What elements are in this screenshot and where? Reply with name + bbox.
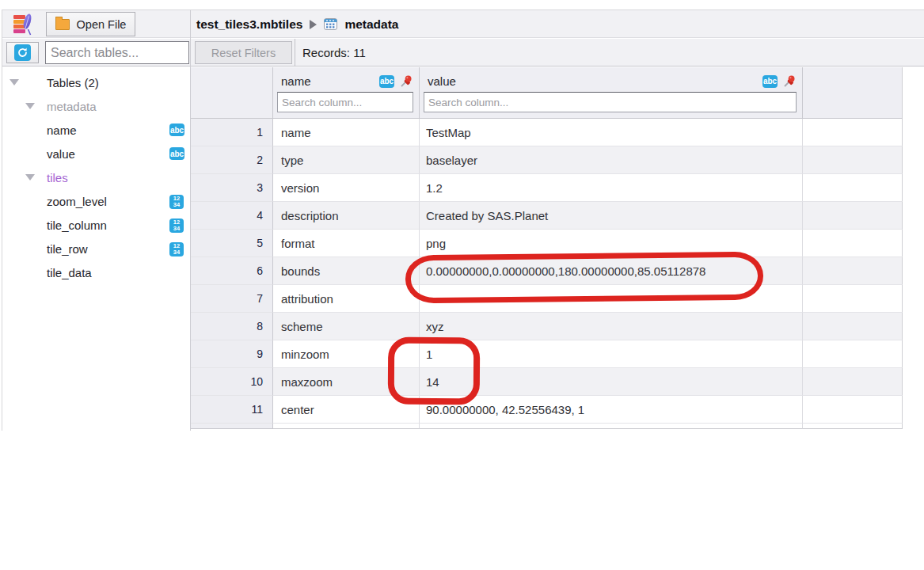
value-column-filter-input[interactable] bbox=[424, 92, 797, 112]
number-type-icon: 1234 bbox=[169, 242, 184, 256]
cell-value-maxzoom[interactable]: 14 bbox=[420, 368, 803, 396]
text-type-icon: abc bbox=[762, 75, 778, 88]
cell-value-bounds[interactable]: 0.00000000,0.00000000,180.00000000,85.05… bbox=[420, 257, 803, 285]
toolbar-row-1 bbox=[2, 10, 924, 38]
mbtiles-viewer-window: Open File test_tiles3.mbtiles metadata bbox=[0, 0, 924, 570]
row-number: 3 bbox=[191, 174, 273, 202]
records-count: Records: 11 bbox=[302, 39, 366, 66]
number-type-icon: 1234 bbox=[169, 218, 184, 233]
cell-value[interactable]: baselayer bbox=[420, 146, 803, 174]
filler-cell bbox=[803, 119, 903, 146]
pin-icon[interactable] bbox=[782, 74, 796, 88]
sidebar-item-column-tile-data[interactable]: tile_data bbox=[2, 260, 190, 284]
cell-value-minzoom[interactable]: 1 bbox=[420, 340, 803, 368]
app-logo-sqlite-feather-icon bbox=[13, 13, 34, 36]
sidebar-item-label: tiles bbox=[47, 171, 68, 184]
text-type-icon: abc bbox=[379, 75, 394, 88]
sidebar-item-tables-root[interactable]: Tables (2) bbox=[2, 70, 190, 94]
sidebar-item-metadata-table[interactable]: metadata bbox=[2, 94, 190, 118]
row-number: 7 bbox=[191, 285, 273, 313]
cell-name[interactable]: version bbox=[273, 174, 420, 202]
filler-cell bbox=[803, 368, 903, 396]
grid-bottom-strip bbox=[273, 424, 420, 429]
sidebar-item-label: zoom_level bbox=[47, 195, 107, 208]
cell-value[interactable]: 90.00000000, 42.52556439, 1 bbox=[420, 396, 803, 424]
toolbar-separator bbox=[295, 39, 295, 66]
column-header-label: name bbox=[281, 74, 375, 88]
refresh-tables-button[interactable] bbox=[6, 42, 39, 63]
sidebar-item-label: tile_data bbox=[47, 266, 92, 279]
row-number: 6 bbox=[191, 257, 273, 285]
sidebar-item-label: name bbox=[47, 124, 77, 137]
pin-icon[interactable] bbox=[399, 74, 413, 88]
row-number: 5 bbox=[191, 230, 273, 257]
cell-name[interactable]: type bbox=[273, 146, 420, 174]
cell-value[interactable]: Created by SAS.Planet bbox=[420, 202, 803, 230]
row-number: 1 bbox=[191, 119, 273, 146]
chevron-down-icon[interactable] bbox=[25, 103, 35, 109]
table-grid-icon bbox=[324, 17, 337, 31]
row-number: 9 bbox=[191, 340, 273, 368]
grid-bottom-strip bbox=[420, 424, 803, 429]
open-file-label: Open File bbox=[77, 18, 127, 31]
cell-name[interactable]: description bbox=[273, 202, 420, 230]
sidebar-item-column-zoom-level[interactable]: zoom_level 1234 bbox=[2, 189, 190, 213]
row-number: 2 bbox=[191, 146, 273, 174]
sidebar-item-tiles-table[interactable]: tiles bbox=[2, 165, 190, 189]
tables-sidebar: Tables (2) metadata name abc value abc t… bbox=[2, 67, 190, 431]
sidebar-item-label: value bbox=[47, 147, 75, 161]
open-file-button[interactable]: Open File bbox=[46, 12, 135, 36]
cell-name[interactable]: bounds bbox=[273, 257, 420, 285]
grid-bottom-strip bbox=[803, 424, 903, 429]
sidebar-item-label: tile_column bbox=[47, 218, 107, 232]
sidebar-item-column-tile-column[interactable]: tile_column 1234 bbox=[2, 213, 190, 237]
reset-filters-button[interactable]: Reset Filters bbox=[195, 41, 292, 64]
cell-value[interactable]: TestMap bbox=[420, 119, 803, 146]
filler-header-cell bbox=[803, 67, 903, 119]
breadcrumb: test_tiles3.mbtiles metadata bbox=[196, 10, 398, 38]
search-tables-input[interactable] bbox=[45, 41, 189, 64]
sidebar-item-label: tile_row bbox=[47, 242, 88, 256]
cell-name[interactable]: minzoom bbox=[273, 340, 420, 368]
filler-cell bbox=[803, 257, 903, 285]
metadata-data-grid: name abc value abc bbox=[191, 67, 903, 429]
cell-value[interactable]: png bbox=[420, 230, 803, 257]
number-type-icon: 1234 bbox=[169, 195, 184, 209]
column-header-value[interactable]: value abc bbox=[420, 67, 803, 119]
column-header-label: value bbox=[428, 74, 758, 88]
sidebar-item-column-value[interactable]: value abc bbox=[2, 142, 190, 165]
breadcrumb-database-name: test_tiles3.mbtiles bbox=[196, 17, 302, 32]
row-number-header-cell bbox=[191, 67, 273, 119]
filler-cell bbox=[803, 396, 903, 424]
filler-cell bbox=[803, 285, 903, 313]
row-number: 8 bbox=[191, 313, 273, 340]
filler-cell bbox=[803, 202, 903, 230]
cell-value[interactable] bbox=[420, 285, 803, 313]
chevron-down-icon[interactable] bbox=[10, 79, 19, 86]
column-header-name[interactable]: name abc bbox=[273, 67, 420, 119]
folder-icon bbox=[55, 19, 70, 30]
text-type-icon: abc bbox=[169, 124, 184, 136]
cell-name[interactable]: attribution bbox=[273, 285, 420, 313]
row-number: 10 bbox=[191, 368, 273, 396]
filler-cell bbox=[803, 174, 903, 202]
cell-name[interactable]: name bbox=[273, 119, 420, 146]
filler-cell bbox=[803, 340, 903, 368]
filler-cell bbox=[803, 146, 903, 174]
sidebar-item-label: Tables (2) bbox=[47, 76, 99, 89]
cell-name[interactable]: scheme bbox=[273, 313, 420, 340]
grid-bottom-strip bbox=[191, 424, 273, 429]
sidebar-item-column-name[interactable]: name abc bbox=[2, 118, 190, 142]
name-column-filter-input[interactable] bbox=[277, 92, 413, 112]
cell-name[interactable]: format bbox=[273, 230, 420, 257]
cell-value[interactable]: 1.2 bbox=[420, 174, 803, 202]
sidebar-item-column-tile-row[interactable]: tile_row 1234 bbox=[2, 237, 190, 260]
refresh-icon bbox=[14, 44, 31, 61]
chevron-down-icon[interactable] bbox=[25, 174, 35, 180]
cell-value[interactable]: xyz bbox=[420, 313, 803, 340]
cell-name[interactable]: maxzoom bbox=[273, 368, 420, 396]
cell-name[interactable]: center bbox=[273, 396, 420, 424]
row-number: 11 bbox=[191, 396, 273, 424]
filler-cell bbox=[803, 313, 903, 340]
breadcrumb-table-name: metadata bbox=[344, 17, 398, 32]
